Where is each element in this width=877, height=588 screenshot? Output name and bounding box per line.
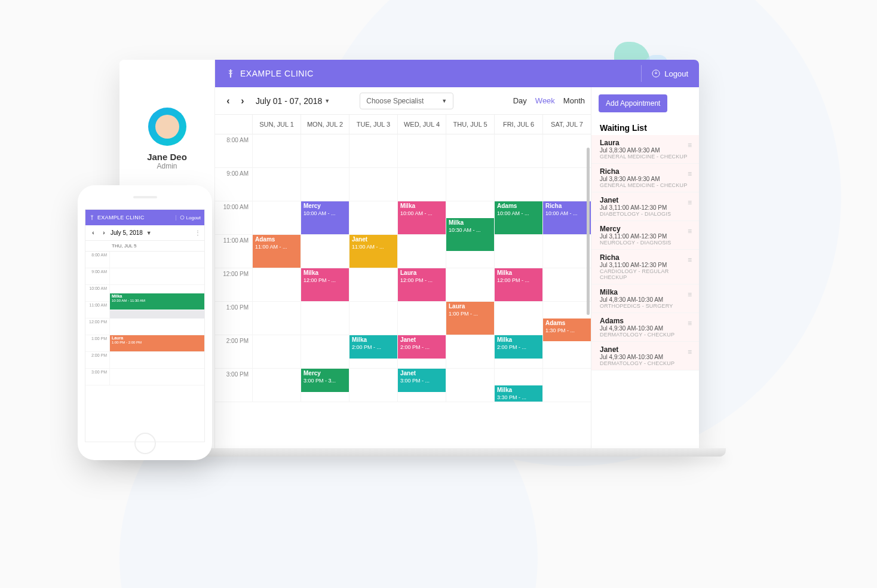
calendar-cell[interactable]: Milka2:00 PM - ... — [349, 335, 397, 368]
view-week[interactable]: Week — [535, 96, 555, 105]
calendar-cell[interactable]: Milka3:30 PM - ... — [494, 369, 542, 402]
calendar-cell[interactable]: Laura1:00 PM - ... — [446, 302, 494, 335]
date-range-picker[interactable]: July 01 - 07, 2018 ▼ — [256, 96, 330, 106]
app-logo[interactable]: EXAMPLE CLINIC — [226, 69, 314, 78]
waiting-list-item[interactable]: Richa Jul 3,11:00 AM-12:30 PM CARDIOLOGY… — [591, 250, 699, 284]
avatar[interactable] — [148, 108, 186, 146]
calendar-event[interactable]: Milka12:00 PM - ... — [301, 268, 349, 301]
calendar-cell[interactable] — [446, 335, 494, 368]
calendar-cell[interactable] — [446, 268, 494, 301]
waiting-list-item[interactable]: Janet Jul 4,9:30 AM-10:30 AM DERMATOLOGY… — [591, 342, 699, 370]
calendar-cell[interactable] — [349, 134, 397, 167]
waiting-list-item[interactable]: Richa Jul 3,8:30 AM-9:30 AM GENERAL MEDI… — [591, 164, 699, 192]
calendar-cell[interactable]: Janet11:00 AM - ... — [349, 235, 397, 268]
specialist-select[interactable]: Choose Specialist ▼ — [360, 93, 453, 109]
phone-logout-button[interactable]: Logout — [176, 215, 201, 220]
calendar-cell[interactable] — [252, 302, 300, 335]
drag-handle-icon[interactable]: ≡ — [688, 290, 692, 299]
calendar-event[interactable]: Milka10:00 AM - ... — [398, 201, 446, 234]
calendar-cell[interactable] — [542, 369, 591, 402]
waiting-list-item[interactable]: Mercy Jul 3,11:00 AM-12:30 PM NEUROLOGY … — [591, 221, 699, 250]
calendar-cell[interactable]: Milka10:30 AM - ... — [446, 201, 494, 234]
calendar-cell[interactable] — [349, 201, 397, 234]
calendar-cell[interactable] — [397, 134, 446, 167]
phone-cell[interactable] — [109, 369, 204, 385]
waiting-list-item[interactable]: Milka Jul 4,8:30 AM-10:30 AM ORTHOPEDICS… — [591, 284, 699, 313]
phone-event[interactable]: Laura1:00 PM - 2:00 PM — [110, 335, 204, 351]
view-month[interactable]: Month — [563, 96, 585, 105]
calendar-cell[interactable]: Mercy10:00 AM - ... — [300, 201, 349, 234]
calendar-cell[interactable] — [397, 168, 446, 201]
calendar-cell[interactable]: Richa10:00 AM - ... — [542, 201, 591, 234]
calendar-cell[interactable]: Janet3:00 PM - ... — [397, 369, 446, 402]
calendar-cell[interactable] — [252, 134, 300, 167]
calendar-cell[interactable]: Adams1:30 PM - ... — [542, 302, 591, 335]
next-arrow[interactable]: › — [235, 94, 250, 108]
drag-handle-icon[interactable]: ≡ — [688, 256, 692, 264]
calendar-cell[interactable] — [252, 335, 300, 368]
calendar-cell[interactable] — [446, 369, 494, 402]
calendar-cell[interactable]: Adams10:00 AM - ... — [494, 201, 542, 234]
calendar-cell[interactable] — [446, 235, 494, 268]
phone-prev-arrow[interactable]: ‹ — [89, 226, 97, 240]
waiting-list-item[interactable]: Adams Jul 4,9:30 AM-10:30 AM DERMATOLOGY… — [591, 313, 699, 342]
calendar-cell[interactable]: Laura12:00 PM - ... — [397, 268, 446, 301]
calendar-cell[interactable] — [252, 369, 300, 402]
calendar-event[interactable]: Janet2:00 PM - ... — [398, 335, 446, 359]
calendar-cell[interactable] — [300, 235, 349, 268]
calendar-cell[interactable] — [252, 201, 300, 234]
phone-cell[interactable] — [109, 318, 204, 335]
phone-cell[interactable]: Laura1:00 PM - 2:00 PM — [109, 335, 204, 351]
phone-cell[interactable]: Milka10:30 AM - 11:30 AM — [109, 285, 204, 301]
calendar-cell[interactable]: Adams11:00 AM - ... — [252, 235, 300, 268]
phone-date-picker[interactable]: July 5, 2018 ▼ — [111, 229, 152, 236]
phone-cell[interactable] — [109, 302, 204, 318]
calendar-cell[interactable] — [494, 168, 542, 201]
drag-handle-icon[interactable]: ≡ — [688, 227, 692, 235]
waiting-list-item[interactable]: Laura Jul 3,8:30 AM-9:30 AM GENERAL MEDI… — [591, 135, 699, 164]
drag-handle-icon[interactable]: ≡ — [688, 170, 692, 178]
calendar-cell[interactable] — [349, 168, 397, 201]
calendar-cell[interactable] — [300, 168, 349, 201]
calendar-cell[interactable]: Milka2:00 PM - ... — [494, 335, 542, 368]
phone-next-arrow[interactable]: › — [100, 226, 108, 240]
drag-handle-icon[interactable]: ≡ — [688, 198, 692, 207]
phone-cell[interactable] — [109, 352, 204, 368]
calendar-cell[interactable]: Milka10:00 AM - ... — [397, 201, 446, 234]
calendar-event[interactable]: Mercy3:00 PM - 3... — [301, 369, 349, 392]
drag-handle-icon[interactable]: ≡ — [688, 319, 692, 327]
phone-cell[interactable] — [109, 252, 204, 268]
calendar-event[interactable]: Mercy10:00 AM - ... — [301, 201, 349, 234]
calendar-cell[interactable] — [252, 268, 300, 301]
drag-handle-icon[interactable]: ≡ — [688, 141, 692, 149]
calendar-cell[interactable] — [542, 235, 591, 268]
calendar-cell[interactable] — [349, 369, 397, 402]
phone-menu-icon[interactable]: ⋮ — [195, 229, 201, 236]
calendar-event[interactable]: Milka2:00 PM - ... — [349, 335, 397, 359]
prev-arrow[interactable]: ‹ — [221, 94, 235, 108]
calendar-cell[interactable]: Janet2:00 PM - ... — [397, 335, 446, 368]
calendar-event[interactable]: Laura1:00 PM - ... — [446, 302, 494, 335]
calendar-cell[interactable] — [349, 302, 397, 335]
calendar-cell[interactable] — [494, 134, 542, 167]
drag-handle-icon[interactable]: ≡ — [688, 348, 692, 356]
add-appointment-button[interactable]: Add Appointment — [599, 94, 667, 112]
calendar-cell[interactable] — [542, 268, 591, 301]
calendar-cell[interactable] — [252, 168, 300, 201]
calendar-cell[interactable] — [542, 134, 591, 167]
calendar-cell[interactable] — [349, 268, 397, 301]
calendar-event[interactable]: Janet11:00 AM - ... — [349, 235, 397, 268]
calendar-event[interactable]: Milka2:00 PM - ... — [495, 335, 542, 359]
calendar-event[interactable]: Adams11:00 AM - ... — [253, 235, 300, 268]
calendar-event[interactable]: Adams10:00 AM - ... — [495, 201, 542, 234]
calendar-cell[interactable] — [397, 235, 446, 268]
phone-home-button[interactable] — [134, 433, 156, 454]
calendar-cell[interactable] — [542, 335, 591, 368]
calendar-event[interactable]: Milka12:00 PM - ... — [495, 268, 542, 301]
calendar-cell[interactable] — [446, 168, 494, 201]
calendar-cell[interactable]: Mercy3:00 PM - 3... — [300, 369, 349, 402]
calendar-cell[interactable] — [397, 302, 446, 335]
calendar-cell[interactable] — [300, 335, 349, 368]
view-day[interactable]: Day — [513, 96, 527, 105]
calendar-cell[interactable] — [494, 302, 542, 335]
